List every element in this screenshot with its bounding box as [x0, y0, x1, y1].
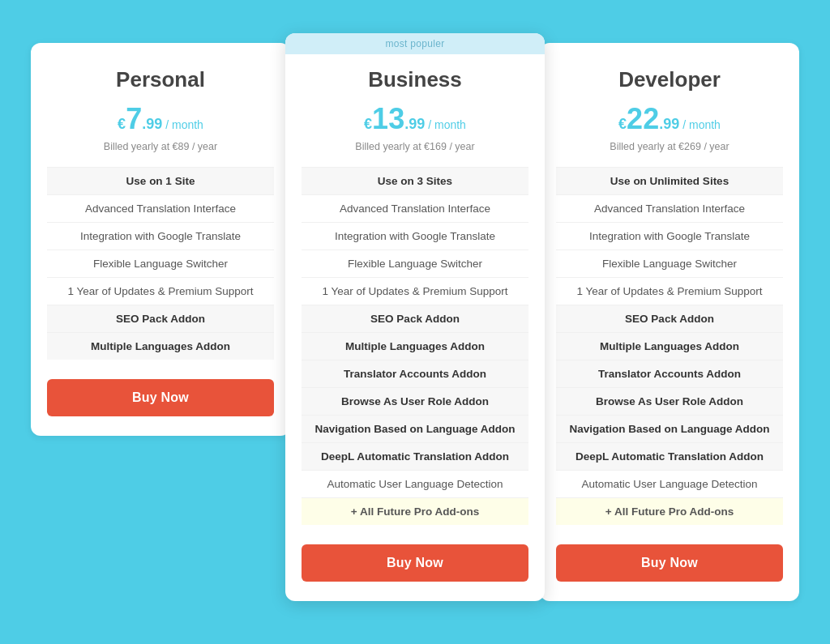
- plan-name-personal: Personal: [47, 67, 274, 92]
- feature-item-developer-7: Translator Accounts Addon: [556, 360, 783, 387]
- price-period-personal: / month: [165, 118, 203, 131]
- price-currency-personal: €: [118, 117, 126, 131]
- feature-item-developer-12: + All Future Pro Add-ons: [556, 497, 783, 525]
- feature-item-business-6: Multiple Languages Addon: [302, 332, 528, 360]
- feature-item-business-5: SEO Pack Addon: [302, 305, 528, 332]
- plan-price-personal: € 7 .99 / month: [47, 102, 274, 136]
- plan-billed-developer: Billed yearly at €269 / year: [556, 141, 783, 152]
- pricing-container: Personal € 7 .99 / month Billed yearly a…: [16, 43, 814, 601]
- price-main-personal: 7: [126, 102, 142, 136]
- feature-item-developer-8: Browse As User Role Addon: [556, 387, 783, 415]
- feature-item-developer-0: Use on Unlimited Sites: [556, 167, 783, 194]
- feature-item-developer-6: Multiple Languages Addon: [556, 332, 783, 360]
- plan-name-business: Business: [302, 67, 528, 92]
- feature-item-personal-4: 1 Year of Updates & Premium Support: [47, 277, 274, 305]
- buy-button-personal[interactable]: Buy Now: [47, 379, 274, 416]
- price-main-developer: 22: [627, 102, 659, 136]
- feature-item-business-12: + All Future Pro Add-ons: [302, 497, 528, 525]
- price-decimal-personal: .99: [142, 117, 162, 131]
- price-currency-business: €: [364, 117, 372, 131]
- feature-item-developer-3: Flexible Language Switcher: [556, 249, 783, 277]
- feature-item-developer-1: Advanced Translation Interface: [556, 194, 783, 222]
- features-list-personal: Use on 1 SiteAdvanced Translation Interf…: [47, 167, 274, 360]
- plan-billed-business: Billed yearly at €169 / year: [302, 141, 528, 152]
- feature-item-developer-9: Navigation Based on Language Addon: [556, 415, 783, 442]
- price-period-developer: / month: [682, 118, 721, 131]
- plan-card-business: most populer Business € 13 .99 / month B…: [285, 33, 545, 601]
- plan-card-personal: Personal € 7 .99 / month Billed yearly a…: [31, 43, 290, 436]
- plan-billed-personal: Billed yearly at €89 / year: [47, 141, 274, 152]
- price-decimal-developer: .99: [659, 117, 679, 131]
- feature-item-business-1: Advanced Translation Interface: [302, 194, 528, 222]
- plan-name-developer: Developer: [556, 67, 783, 92]
- features-list-developer: Use on Unlimited SitesAdvanced Translati…: [556, 167, 783, 525]
- feature-item-personal-0: Use on 1 Site: [47, 167, 274, 194]
- features-list-business: Use on 3 SitesAdvanced Translation Inter…: [302, 167, 528, 525]
- feature-item-developer-10: DeepL Automatic Translation Addon: [556, 442, 783, 470]
- plan-price-developer: € 22 .99 / month: [556, 102, 783, 136]
- most-popular-badge: most populer: [285, 33, 545, 54]
- feature-item-business-9: Navigation Based on Language Addon: [302, 415, 528, 442]
- feature-item-business-8: Browse As User Role Addon: [302, 387, 528, 415]
- feature-item-business-10: DeepL Automatic Translation Addon: [302, 442, 528, 470]
- feature-item-personal-6: Multiple Languages Addon: [47, 332, 274, 360]
- feature-item-business-0: Use on 3 Sites: [302, 167, 528, 194]
- price-decimal-business: .99: [404, 117, 425, 131]
- plan-price-business: € 13 .99 / month: [302, 102, 528, 136]
- feature-item-personal-1: Advanced Translation Interface: [47, 194, 274, 222]
- buy-button-business[interactable]: Buy Now: [302, 544, 528, 582]
- feature-item-developer-2: Integration with Google Translate: [556, 222, 783, 249]
- plan-card-developer: Developer € 22 .99 / month Billed yearly…: [540, 43, 799, 601]
- feature-item-developer-11: Automatic User Language Detection: [556, 470, 783, 497]
- feature-item-developer-5: SEO Pack Addon: [556, 305, 783, 332]
- feature-item-business-11: Automatic User Language Detection: [302, 470, 528, 497]
- feature-item-business-2: Integration with Google Translate: [302, 222, 528, 249]
- price-main-business: 13: [372, 102, 404, 136]
- buy-button-developer[interactable]: Buy Now: [556, 544, 783, 582]
- feature-item-business-3: Flexible Language Switcher: [302, 249, 528, 277]
- feature-item-developer-4: 1 Year of Updates & Premium Support: [556, 277, 783, 305]
- feature-item-business-7: Translator Accounts Addon: [302, 360, 528, 387]
- price-period-business: / month: [428, 118, 466, 131]
- price-currency-developer: €: [618, 117, 627, 131]
- feature-item-personal-3: Flexible Language Switcher: [47, 249, 274, 277]
- feature-item-personal-2: Integration with Google Translate: [47, 222, 274, 249]
- feature-item-business-4: 1 Year of Updates & Premium Support: [302, 277, 528, 305]
- feature-item-personal-5: SEO Pack Addon: [47, 305, 274, 332]
